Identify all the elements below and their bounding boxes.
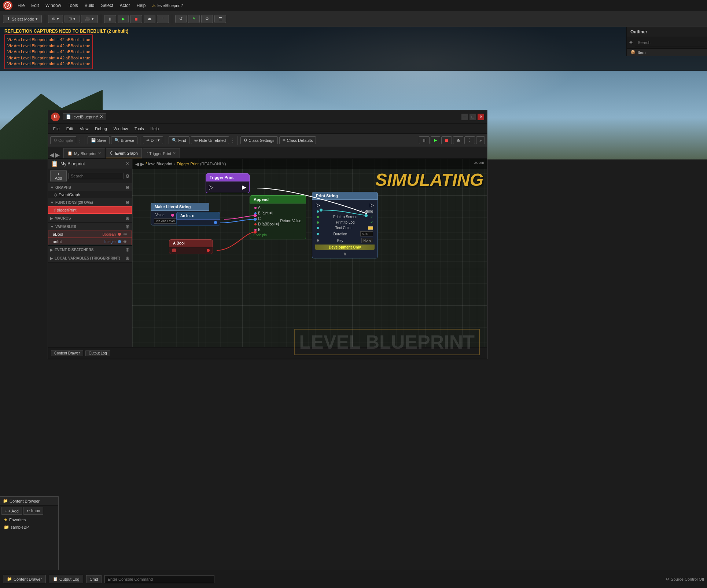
bp-more-button[interactable]: ⋮ [464,136,475,144]
key-value[interactable]: None [361,238,373,243]
trigger-print-node[interactable]: Trigger Print ▷ ▶ [206,173,250,193]
bp-menu-view[interactable]: View [77,126,92,132]
camera-button[interactable]: 🎥▾ [81,15,98,23]
outliner-search-input[interactable] [635,38,705,47]
collapse-node-button[interactable]: ∧ [315,251,375,257]
browse-button[interactable]: 🔍 Browse [111,136,137,144]
play-button[interactable]: ▶ [118,15,129,23]
variables-section-header[interactable]: ▼ VARIABLES ⊕ [48,223,132,231]
menu-select[interactable]: Select [98,2,116,9]
tab-forward-button[interactable]: ▶ [55,151,60,158]
local-variables-header[interactable]: ▶ LOCAL VARIABLES (TRIGGERPRINT) ⊕ [48,254,132,262]
event-graph-item[interactable]: ⬡ EventGraph [48,191,132,198]
eject-button[interactable]: ⏏ [144,15,155,23]
trigger-print-function-item[interactable]: f triggerPrint [48,206,132,214]
duration-input[interactable] [360,231,373,236]
bp-pause-button[interactable]: ⏸ [419,136,430,144]
bp-output-log-button[interactable]: Output Log [85,350,110,356]
bp-tab-close-icon[interactable]: ✕ [100,114,103,119]
bp-title-tab[interactable]: 📄 levelBlueprint* ✕ [63,113,106,120]
macros-section-header[interactable]: ▶ MACROS ⊕ [48,214,132,222]
menu-button[interactable]: ☰ [214,15,226,23]
hide-unrelated-button[interactable]: ◎ Hide Unrelated [191,136,229,144]
menu-file[interactable]: File [15,2,27,9]
content-add-button[interactable]: + + Add [1,507,22,515]
pause-button[interactable]: ⏸ [104,15,116,23]
compile-button[interactable]: ⚙ Compile [50,136,76,144]
append-node[interactable]: Append A B [aint =] [250,195,306,239]
bp-menu-window[interactable]: Window [111,126,131,132]
tab-event-graph[interactable]: ⬡ Event Graph [106,148,142,158]
output-log-button[interactable]: 📋 Output Log [49,575,83,583]
settings-button[interactable]: ⚙ [201,15,213,23]
add-item-button[interactable]: + Add [50,170,67,181]
blueprint-search-input[interactable] [68,173,124,179]
abool-eye-icon[interactable]: 👁 [123,232,127,236]
menu-build[interactable]: Build [82,2,97,9]
print-string-node[interactable]: Print String ▷ ▷ In String [312,192,378,258]
menu-window[interactable]: Window [43,2,64,9]
menu-edit[interactable]: Edit [28,2,42,9]
content-drawer-button[interactable]: 📁 Content Drawer [3,575,46,583]
tab-my-blueprint[interactable]: 📋 My Blueprint ✕ [63,148,105,158]
ue-logo[interactable]: U [3,1,12,10]
blueprint-graph-canvas[interactable]: ◀ ▶ f levelBlueprint › Trigger Print (RE… [132,159,487,359]
settings-gear-button[interactable]: ⚙ [125,173,130,179]
tab-back-button[interactable]: ◀ [49,151,54,158]
an-int-node[interactable]: An Int ● [176,212,220,226]
refresh-button[interactable]: ↺ [175,15,187,23]
bp-content-drawer-button[interactable]: Content Drawer [51,350,83,356]
tab-trigger-print[interactable]: f Trigger Print ✕ [143,148,180,158]
functions-section-header[interactable]: ▼ FUNCTIONS (20 OVE) ⊕ [48,198,132,206]
compile-options-icon[interactable]: ⋮ [78,138,82,143]
stop-button[interactable]: ⏹ [130,15,142,23]
bp-menu-edit[interactable]: Edit [63,126,76,132]
maximize-button[interactable]: □ [470,114,476,120]
variables-add-icon[interactable]: ⊕ [125,224,130,229]
select-mode-button[interactable]: ⬆ Select Mode ▾ [3,15,42,23]
class-defaults-button[interactable]: ✏ Class Defaults [279,136,316,144]
source-control-status[interactable]: ⊘ Source Control Off [666,577,704,581]
graphs-add-icon[interactable]: ⊕ [125,184,130,190]
bp-play-button[interactable]: ▶ [431,136,440,144]
cmd-button[interactable]: Cmd [86,575,101,583]
menu-help[interactable]: Help [134,2,149,9]
abool-variable-item[interactable]: aBool Boolean 👁 [48,231,132,238]
class-settings-button[interactable]: ⚙ Class Settings [240,136,277,144]
color-swatch[interactable] [368,226,373,230]
bp-menu-help[interactable]: Help [148,126,162,132]
bp-expand-button[interactable]: » [476,136,485,144]
back-nav-button[interactable]: ◀ [135,161,139,167]
minimize-button[interactable]: ─ [461,114,468,120]
event-dispatchers-header[interactable]: ▶ EVENT DISPATCHERS ⊕ [48,246,132,254]
find-button[interactable]: 🔍 Find [169,136,189,144]
bp-stop-button[interactable]: ⏹ [441,136,452,144]
visibility-icon[interactable]: 👁 [629,40,633,45]
bp-eject-button[interactable]: ⏏ [453,136,463,144]
content-import-button[interactable]: ↩ Impo [23,507,44,515]
dispatchers-add-icon[interactable]: ⊕ [125,247,130,253]
bp-menu-tools[interactable]: Tools [132,126,147,132]
panel-close-icon[interactable]: ✕ [126,161,129,166]
my-blueprint-close-icon[interactable]: ✕ [98,151,101,156]
a-bool-node[interactable]: A Bool [169,239,213,254]
graphs-section-header[interactable]: ▼ GRAPHS ⊕ [48,183,132,191]
hide-options-icon[interactable]: ⋮ [231,138,235,143]
diff-button[interactable]: ⇔ Diff ▾ [143,136,163,144]
flag-button[interactable]: ⚑ [188,15,200,23]
functions-add-icon[interactable]: ⊕ [125,199,130,205]
macros-add-icon[interactable]: ⊕ [125,215,130,221]
favorites-item[interactable]: ★ Favorites [1,516,57,523]
anint-variable-item[interactable]: anInt Integer 👁 [48,238,132,245]
forward-nav-button[interactable]: ▶ [140,161,144,167]
add-actor-button[interactable]: ⊕▾ [48,15,63,23]
console-command-input[interactable] [104,575,214,583]
snap-button[interactable]: ⊞▾ [65,15,80,23]
menu-actor[interactable]: Actor [117,2,133,9]
bp-menu-debug[interactable]: Debug [92,126,110,132]
more-options-button[interactable]: ⋮ [157,15,169,23]
outliner-item-row[interactable]: 📦 Item [627,49,707,56]
add-pin-button[interactable]: + Add pin [253,233,280,237]
trigger-print-close-icon[interactable]: ✕ [173,151,176,156]
menu-tools[interactable]: Tools [65,2,81,9]
